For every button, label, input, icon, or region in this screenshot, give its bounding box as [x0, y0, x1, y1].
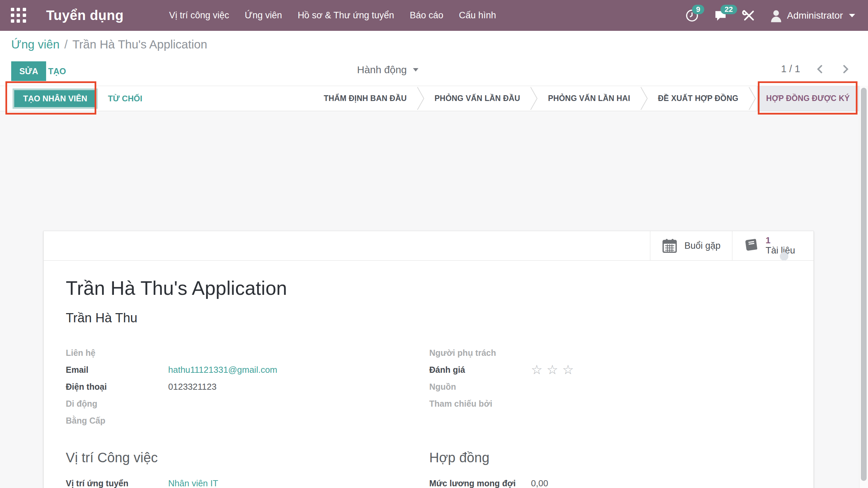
menu-job-positions[interactable]: Vị trí công việc — [164, 7, 235, 24]
breadcrumb-parent[interactable]: Ứng viên — [11, 38, 60, 51]
applied-job-link[interactable]: Nhân viên IT — [168, 478, 218, 488]
main-menu: Vị trí công việc Ứng viên Hồ sơ & Thư ứn… — [164, 7, 501, 24]
chevron-down-icon — [849, 14, 855, 17]
vertical-scrollbar[interactable] — [859, 86, 868, 488]
breadcrumb-separator: / — [64, 38, 68, 51]
activity-clock-icon[interactable]: 9 — [685, 8, 699, 23]
breadcrumb-current: Trần Hà Thu's Application — [73, 38, 208, 51]
rating-stars[interactable]: ☆☆☆ — [531, 363, 578, 376]
action-dropdown[interactable]: Hành động — [357, 64, 418, 76]
field-expected-salary: Mức lương mong đợi 0,00 — [429, 475, 813, 488]
caret-down-icon — [413, 68, 418, 72]
field-evaluation: Đánh giá ☆☆☆ — [429, 361, 813, 378]
field-contact: Liên hệ — [66, 344, 429, 361]
highlight-box-contract-signed-stage — [758, 81, 857, 115]
documents-count: 1 — [766, 236, 795, 246]
record-title: Trần Hà Thu's Application — [66, 277, 813, 299]
field-degree: Bằng Cấp — [66, 412, 429, 429]
top-navbar: Tuyển dụng Vị trí công việc Ứng viên Hồ … — [0, 0, 868, 31]
stage-first-interview[interactable]: PHỎNG VẤN LẦN ĐẦU — [425, 86, 530, 111]
stage-second-interview[interactable]: PHỎNG VẤN LẦN HAI — [538, 86, 639, 111]
highlight-box-create-employee — [5, 81, 96, 115]
email-link[interactable]: hathu11121331@gmail.com — [168, 365, 277, 375]
control-panel: SỬA TẠO Hành động 1 / 1 — [0, 58, 868, 86]
stage-separator-icon — [416, 86, 425, 111]
stage-separator-icon — [748, 86, 757, 111]
field-source: Nguồn — [429, 378, 813, 395]
debug-tools-icon[interactable] — [742, 8, 756, 23]
field-referred-by: Tham chiếu bởi — [429, 395, 813, 412]
menu-applicants[interactable]: Ứng viên — [239, 7, 288, 24]
refuse-button[interactable]: TỪ CHỐI — [108, 94, 142, 103]
book-icon — [744, 238, 759, 253]
avatar — [770, 9, 782, 22]
menu-configuration[interactable]: Cấu hình — [453, 7, 501, 24]
smart-button-row: Buổi gặp 1 Tài liệu — [44, 231, 813, 261]
messages-badge: 22 — [721, 5, 737, 14]
breadcrumb: Ứng viên / Trần Hà Thu's Application — [0, 31, 868, 58]
pager: 1 / 1 — [781, 63, 850, 75]
field-mobile: Di động — [66, 395, 429, 412]
kanban-state-indicator[interactable] — [780, 252, 788, 261]
stage-separator-icon — [640, 86, 649, 111]
edit-button[interactable]: SỬA — [11, 61, 46, 81]
user-name: Administrator — [787, 10, 843, 21]
meetings-button[interactable]: Buổi gặp — [650, 231, 732, 260]
statusbar: TẠO NHÂN VIÊN TỪ CHỐI THẨM ĐỊNH BAN ĐẦU … — [0, 86, 868, 111]
field-recruiter: Người phụ trách — [429, 344, 813, 361]
field-grid: Liên hệ Email hathu11121331@gmail.com Đi… — [66, 344, 813, 488]
documents-button[interactable]: 1 Tài liệu — [732, 231, 813, 260]
field-phone: Điện thoại 0123321123 — [66, 378, 429, 395]
menu-reporting[interactable]: Báo cáo — [404, 7, 449, 24]
form-sheet: Buổi gặp 1 Tài liệu Trần Hà Thu's Applic… — [43, 231, 814, 488]
user-menu[interactable]: Administrator — [770, 9, 855, 22]
pager-next-icon[interactable] — [840, 64, 850, 74]
calendar-icon — [662, 238, 677, 253]
action-dropdown-label: Hành động — [357, 64, 407, 76]
field-applied-job: Vị trí ứng tuyển Nhân viên IT — [66, 475, 429, 488]
activity-badge: 9 — [692, 5, 704, 14]
stage-contract-proposal[interactable]: ĐỀ XUẤT HỢP ĐỒNG — [649, 86, 748, 111]
stage-separator-icon — [530, 86, 538, 111]
stage-initial-qualification[interactable]: THẨM ĐỊNH BAN ĐẦU — [314, 86, 416, 111]
create-button[interactable]: TẠO — [48, 61, 66, 81]
form-body: Trần Hà Thu's Application Trần Hà Thu Li… — [44, 261, 813, 488]
applicant-name: Trần Hà Thu — [66, 311, 813, 325]
pager-count: 1 / 1 — [781, 63, 800, 75]
content-background: Buổi gặp 1 Tài liệu Trần Hà Thu's Applic… — [0, 111, 868, 488]
navbar-systray: 9 22 Administrator — [685, 8, 868, 23]
contract-section-title: Hợp đồng — [429, 450, 813, 465]
job-section: Vị trí Công việc Vị trí ứng tuyển Nhân v… — [66, 429, 429, 488]
job-section-title: Vị trí Công việc — [66, 450, 429, 465]
hr-column: Người phụ trách Đánh giá ☆☆☆ Nguồn T — [429, 344, 813, 429]
meetings-label: Buổi gặp — [684, 241, 721, 251]
scrollbar-thumb[interactable] — [861, 88, 867, 481]
pager-previous-icon[interactable] — [815, 64, 825, 74]
app-title[interactable]: Tuyển dụng — [46, 8, 124, 23]
field-email: Email hathu11121331@gmail.com — [66, 361, 429, 378]
menu-resumes[interactable]: Hồ sơ & Thư ứng tuyển — [292, 7, 400, 24]
page: Tuyển dụng Vị trí công việc Ứng viên Hồ … — [0, 0, 868, 488]
messages-icon[interactable]: 22 — [713, 8, 728, 23]
contract-section: Hợp đồng Mức lương mong đợi 0,00 Mức lươ… — [429, 429, 813, 488]
contact-column: Liên hệ Email hathu11121331@gmail.com Đi… — [66, 344, 429, 429]
apps-menu-icon[interactable] — [11, 8, 26, 23]
